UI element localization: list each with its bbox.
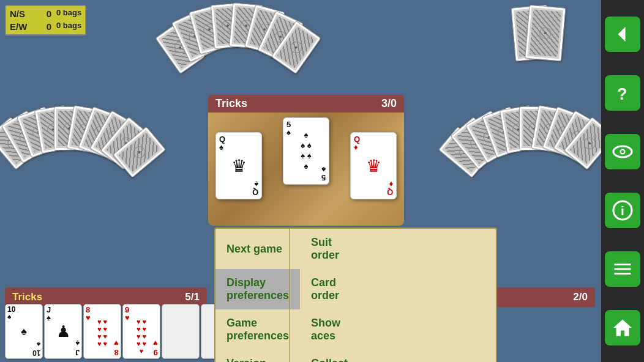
ew-score: 0 — [33, 20, 51, 33]
tricks-right-value: 2/0 — [573, 291, 588, 303]
ns-score-row: N/S 0 0 bags — [10, 7, 81, 20]
ew-bags: 0 bags — [56, 20, 81, 33]
top-right-card-2 — [525, 5, 566, 62]
north-fan-container — [178, 3, 312, 76]
svg-rect-9 — [615, 273, 631, 275]
south-card-3[interactable]: 8♥ 8♥ ♥ ♥♥ ♥♥ ♥♥ ♥ — [83, 304, 121, 359]
eye-button[interactable] — [605, 134, 640, 169]
center-card-left[interactable]: Q♠ Q♠ ♛ — [215, 132, 262, 199]
east-hand — [466, 110, 589, 202]
tricks-wood: 5♠ 5♠ ♠♠ ♠♠ ♠♠ Q♠ Q♠ ♛ Q♦ Q♦ ♛ — [208, 113, 404, 226]
ew-score-row: E/W 0 0 bags — [10, 20, 81, 33]
west-fan-container — [12, 110, 147, 202]
west-hand — [12, 110, 147, 202]
ns-score: 0 — [33, 7, 51, 20]
center-card-right[interactable]: Q♦ Q♦ ♛ — [350, 132, 397, 199]
menu-card-order[interactable]: Card order — [300, 269, 363, 309]
back-button[interactable] — [605, 17, 640, 52]
ns-bags: 0 bags — [56, 7, 81, 20]
south-card-4[interactable]: 9♥ 9♥ ♥ ♥♥ ♥♥ ♥♥ ♥♥ — [122, 304, 160, 359]
right-sidebar: ? i — [601, 0, 644, 362]
menu-show-aces[interactable]: Show aces — [300, 309, 363, 350]
south-card-1[interactable]: 10♠ 10♠ ♠ — [5, 304, 43, 359]
menu-game-prefs[interactable]: Game preferences — [215, 309, 300, 350]
menu-display-prefs[interactable]: Display preferences — [215, 269, 300, 309]
svg-marker-10 — [613, 320, 632, 336]
svg-text:?: ? — [617, 85, 627, 103]
score-panel: N/S 0 0 bags E/W 0 0 bags — [5, 5, 86, 35]
top-right-cards — [509, 3, 589, 70]
tricks-header: Tricks 3/0 — [208, 95, 404, 113]
ew-label: E/W — [10, 20, 28, 33]
tricks-label: Tricks — [215, 97, 247, 110]
south-card-5[interactable] — [162, 304, 200, 359]
svg-rect-8 — [615, 268, 631, 270]
tricks-left-value: 5/1 — [185, 291, 200, 303]
info-button[interactable]: i — [605, 193, 640, 228]
tricks-table: Tricks 3/0 5♠ 5♠ ♠♠ ♠♠ ♠♠ Q♠ Q♠ ♛ Q♦ Q♦ — [208, 95, 404, 235]
south-card-2[interactable]: J♠ J♠ ♟ — [44, 304, 82, 359]
svg-text:i: i — [621, 204, 624, 218]
menu-button[interactable] — [605, 251, 640, 287]
tricks-left-label: Tricks — [12, 291, 42, 303]
help-button[interactable]: ? — [605, 75, 640, 111]
center-card-top[interactable]: 5♠ 5♠ ♠♠ ♠♠ ♠♠ — [283, 117, 329, 185]
menu-collect-cards[interactable]: Collect cards › — [300, 350, 363, 362]
tricks-center-value: 3/0 — [381, 97, 397, 110]
context-menu: Next game Suit order Display preferences… — [214, 227, 497, 362]
game-board: N/S 0 0 bags E/W 0 0 bags — [0, 0, 644, 362]
menu-suit-order[interactable]: Suit order — [300, 229, 363, 269]
east-fan-container — [466, 110, 589, 202]
svg-point-4 — [621, 150, 624, 153]
svg-marker-0 — [618, 27, 626, 42]
home-button[interactable] — [605, 310, 640, 345]
north-hand — [178, 3, 312, 76]
svg-rect-7 — [615, 264, 631, 265]
menu-version-details[interactable]: Version details — [215, 350, 300, 362]
ns-label: N/S — [10, 7, 28, 20]
menu-next-game[interactable]: Next game — [215, 229, 300, 269]
